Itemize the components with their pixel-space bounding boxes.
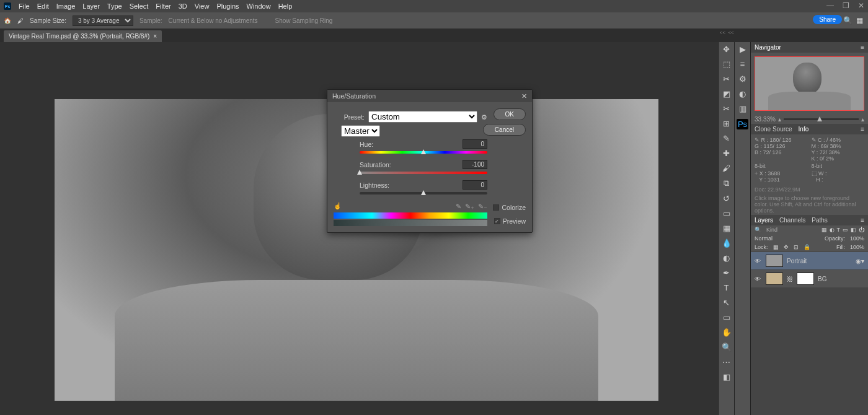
libraries-panel-icon[interactable]: ▥ (739, 104, 746, 113)
close-window-icon[interactable]: ✕ (858, 1, 864, 10)
menu-type[interactable]: Type (107, 2, 122, 10)
sample-size-select[interactable]: 3 by 3 Average (73, 15, 133, 26)
history-brush-tool-icon[interactable]: ↺ (723, 194, 730, 203)
document-tab[interactable]: Vintage Real Time.psd @ 33.3% (Portrait,… (4, 30, 162, 42)
object-select-tool-icon[interactable]: ◩ (723, 89, 730, 98)
zoom-tool-icon[interactable]: 🔍 (722, 343, 732, 352)
saturation-slider[interactable] (360, 172, 487, 174)
menu-help[interactable]: Help (278, 2, 293, 10)
layer-name[interactable]: Portrait (787, 258, 807, 264)
eyedropper-tool-icon2[interactable]: ✎ (723, 134, 730, 143)
eyedropper-add-icon[interactable]: ✎₊ (465, 203, 474, 210)
menu-layer[interactable]: Layer (82, 2, 100, 10)
lightness-input[interactable] (463, 180, 487, 190)
hue-slider[interactable] (360, 151, 487, 154)
adjustments-panel-icon[interactable]: ◐ (739, 89, 746, 98)
targeted-adjustment-icon[interactable]: ☝ (334, 202, 342, 210)
canvas-area[interactable]: Hue/Saturation ✕ Preset: Custom ⚙ Master… (0, 42, 718, 415)
lock-position-icon[interactable]: ✥ (784, 244, 789, 250)
fill-value[interactable]: 100% (850, 244, 864, 250)
filter-adjust-icon[interactable]: ◐ (830, 227, 835, 233)
history-panel-icon[interactable]: ▶ (740, 45, 746, 54)
cancel-button[interactable]: Cancel (483, 124, 526, 136)
filter-type-icon[interactable]: T (837, 227, 841, 233)
info-panel-tab[interactable]: Info (799, 126, 809, 133)
actions-panel-icon[interactable]: ≡ (740, 59, 745, 69)
frame-tool-icon[interactable]: ⊞ (723, 119, 730, 128)
foreground-background-swatch[interactable]: ◧ (723, 372, 730, 382)
lightness-slider-thumb[interactable] (421, 190, 426, 195)
colorize-checkbox[interactable]: Colorize (493, 204, 526, 211)
paths-panel-tab[interactable]: Paths (812, 217, 828, 224)
share-button[interactable]: Share (813, 15, 842, 24)
home-icon[interactable]: 🏠 (4, 17, 11, 24)
clone-stamp-tool-icon[interactable]: ⧉ (724, 178, 729, 188)
layer-visibility-icon[interactable]: 👁 (755, 276, 762, 282)
link-mask-icon[interactable]: ⛓ (787, 276, 793, 282)
pen-tool-icon[interactable]: ✒ (723, 268, 730, 277)
hand-tool-icon[interactable]: ✋ (722, 328, 732, 337)
layer-name[interactable]: BG (818, 276, 826, 282)
navigator-zoom-in-icon[interactable]: ▴ (861, 116, 864, 123)
marquee-tool-icon[interactable]: ⬚ (723, 59, 730, 69)
preset-options-icon[interactable]: ⚙ (481, 113, 487, 121)
layer-row-bg[interactable]: 👁 ⛓ BG (751, 269, 868, 287)
layers-panel-tab[interactable]: Layers (755, 217, 773, 224)
properties-panel-icon[interactable]: ⚙ (739, 74, 746, 84)
path-select-tool-icon[interactable]: ↖ (723, 298, 730, 307)
move-tool-icon[interactable]: ✥ (723, 45, 730, 54)
lasso-tool-icon[interactable]: ✂ (723, 74, 730, 84)
clone-source-panel-tab[interactable]: Clone Source (755, 126, 792, 133)
lightness-slider[interactable] (360, 192, 487, 194)
preview-checkbox[interactable]: ✓ Preview (494, 217, 526, 225)
lock-pixels-icon[interactable]: ▦ (773, 244, 779, 250)
layer-visibility-icon[interactable]: 👁 (755, 258, 762, 264)
layer-row-portrait[interactable]: 👁 Portrait ◉▾ (751, 251, 868, 269)
menu-window[interactable]: Window (247, 2, 271, 10)
type-tool-icon[interactable]: T (724, 283, 729, 292)
menu-view[interactable]: View (195, 2, 210, 10)
menu-select[interactable]: Select (130, 2, 149, 10)
hue-input[interactable] (463, 139, 487, 149)
navigator-panel-tab[interactable]: Navigator (755, 44, 781, 51)
ps-panel-icon[interactable]: Ps (737, 119, 748, 129)
menu-plugins[interactable]: Plugins (216, 2, 239, 10)
navigator-zoom-slider[interactable] (784, 118, 859, 120)
eyedropper-subtract-icon[interactable]: ✎₋ (478, 203, 487, 210)
preset-select[interactable]: Custom (368, 111, 477, 123)
filter-toggle-icon[interactable]: ⏻ (859, 227, 864, 233)
smart-filter-toggle-icon[interactable]: ◉▾ (856, 258, 864, 264)
navigator-thumbnail[interactable] (755, 56, 864, 111)
menu-file[interactable]: File (19, 2, 30, 10)
dialog-close-icon[interactable]: ✕ (521, 92, 527, 100)
channels-panel-tab[interactable]: Channels (779, 217, 805, 224)
minimize-icon[interactable]: — (826, 1, 834, 10)
filter-pixel-icon[interactable]: ▦ (822, 227, 827, 233)
brush-tool-icon[interactable]: 🖌 (722, 164, 730, 173)
filter-shape-icon[interactable]: ▭ (843, 227, 848, 233)
panel-collapse-arrows[interactable]: << << (720, 30, 734, 35)
layer-thumbnail[interactable] (766, 273, 783, 285)
opacity-value[interactable]: 100% (850, 235, 864, 242)
blend-mode-select[interactable]: Normal (755, 235, 773, 242)
menu-edit[interactable]: Edit (37, 2, 49, 10)
filter-smart-icon[interactable]: ◧ (851, 227, 856, 233)
layer-thumbnail[interactable] (766, 255, 783, 267)
lock-artboard-icon[interactable]: ⊡ (794, 244, 799, 250)
ok-button[interactable]: OK (494, 108, 526, 120)
eyedropper-icon[interactable]: ✎ (456, 203, 461, 210)
navigator-zoom-out-icon[interactable]: ▴ (778, 116, 781, 123)
healing-brush-tool-icon[interactable]: ✚ (723, 149, 730, 158)
blur-tool-icon[interactable]: 💧 (722, 238, 732, 248)
layer-filter-search-icon[interactable]: 🔍 (755, 227, 761, 233)
gradient-tool-icon[interactable]: ▦ (723, 224, 730, 233)
eraser-tool-icon[interactable]: ▭ (723, 209, 730, 218)
saturation-input[interactable] (463, 160, 487, 169)
restore-icon[interactable]: ❐ (843, 1, 849, 10)
workspace-switcher-icon[interactable]: ▦ (856, 16, 863, 25)
crop-tool-icon[interactable]: ✂ (723, 104, 730, 113)
menu-image[interactable]: Image (56, 2, 76, 10)
close-tab-icon[interactable]: × (153, 33, 157, 40)
saturation-slider-thumb[interactable] (357, 170, 362, 175)
menu-filter[interactable]: Filter (156, 2, 170, 10)
